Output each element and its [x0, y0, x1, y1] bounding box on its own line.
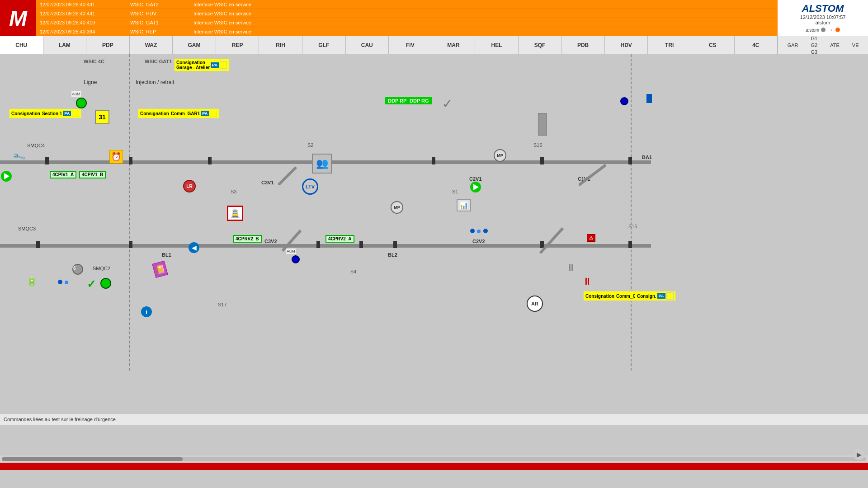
- blue-chevron-bl1[interactable]: ◀: [189, 242, 199, 253]
- bl1-label: BL1: [162, 252, 171, 258]
- consign-garage-pa: PA: [211, 62, 219, 68]
- nav-station-glf[interactable]: GLF: [302, 36, 346, 54]
- nav-station-lam[interactable]: LAM: [43, 36, 87, 54]
- nav-g1[interactable]: G1: [809, 35, 820, 42]
- wsic-gat1-label: WSIC GAT1: [145, 59, 172, 64]
- logo-m: M: [9, 6, 27, 31]
- mp-circle-upper[interactable]: MP: [494, 149, 506, 162]
- pause-icon[interactable]: ⏸: [566, 262, 576, 274]
- gray-circle-6[interactable]: 6: [72, 264, 83, 275]
- nav-station-rih[interactable]: RIH: [259, 36, 302, 54]
- blue-dots-left: [58, 279, 68, 286]
- nav-g2[interactable]: G2: [809, 42, 820, 48]
- consign-comm-gar1-left-status: [210, 110, 217, 117]
- status-red-c1: ⚠: [587, 234, 595, 242]
- nav-station-gam[interactable]: GAM: [173, 36, 216, 54]
- mp-circle-lower[interactable]: MP: [391, 201, 403, 214]
- consign-section1-status: [72, 110, 79, 117]
- nav-gar[interactable]: GAR: [786, 42, 800, 48]
- nav-station-chu[interactable]: CHU: [0, 36, 43, 54]
- nav-right-panel: GAR G1 G2 G3 ATE VE: [778, 36, 868, 54]
- play-button-left[interactable]: [1, 171, 12, 182]
- nav-station-pdp[interactable]: PDP: [86, 36, 130, 54]
- alert-row-2: 12/07/2023 09:28:40:441 WSIC_HDV Interfa…: [36, 9, 778, 18]
- s3-label: S3: [231, 189, 236, 194]
- consign-section1-pa: PA: [63, 111, 71, 116]
- scroll-right-arrow[interactable]: ▶: [854, 449, 864, 460]
- datetime-display: 12/12/2023 10:07:57: [800, 14, 846, 20]
- cpiv1b-button[interactable]: 4CPIV1_B: [79, 171, 106, 178]
- nav-station-hdv[interactable]: HDV: [605, 36, 648, 54]
- nav-station-cs[interactable]: CS: [691, 36, 735, 54]
- alert-code-3: WSIC_GAT1: [130, 20, 184, 25]
- nav-station-waz[interactable]: WAZ: [130, 36, 173, 54]
- bottom-msg-text: Commandes liées au test sur le freinage …: [4, 417, 116, 422]
- ltv-label: LTV: [306, 184, 315, 189]
- username: alstom: [816, 20, 830, 25]
- ba1-label: BA1: [642, 155, 652, 160]
- ddp-rp-button[interactable]: DDP RP: [385, 97, 409, 104]
- info-icon[interactable]: i: [141, 306, 152, 317]
- nav-station-4c[interactable]: 4C: [735, 36, 778, 54]
- vdash-right: [631, 54, 632, 371]
- cprv2a-button[interactable]: 4CPRV2_A: [326, 235, 354, 243]
- book-icon[interactable]: 📔: [152, 261, 168, 278]
- nav-station-tri[interactable]: TRI: [648, 36, 691, 54]
- nav-station-mar[interactable]: MAR: [432, 36, 476, 54]
- alert-msg-3: Interface WSIC en service: [193, 20, 251, 25]
- red-pause-icon[interactable]: ⏸: [582, 276, 592, 287]
- wsic-4c-label: WSIC 4C: [84, 59, 104, 64]
- user-sub: a:stom: [806, 28, 819, 33]
- train-icon-red[interactable]: 🚊: [227, 206, 243, 221]
- num-31-box[interactable]: 31: [95, 110, 109, 124]
- ddp-rg-button[interactable]: DDP RG: [407, 97, 432, 104]
- track-marker-l3: [316, 241, 320, 248]
- ar-circle[interactable]: AR: [527, 296, 543, 312]
- user-status-icons: a:stom →: [806, 26, 840, 33]
- scroll-track-h[interactable]: [2, 457, 866, 461]
- consign-section1[interactable]: Consignation Section 1 PA: [9, 108, 81, 118]
- stats-icon[interactable]: 📊: [457, 199, 471, 211]
- nav-station-cau[interactable]: CAU: [346, 36, 389, 54]
- nav-station-fiv[interactable]: FIV: [389, 36, 432, 54]
- alert-time-1: 12/07/2023 09:28:40:441: [40, 2, 121, 7]
- consign-garage-label: ConsignationGarage - Atelier: [176, 60, 210, 70]
- scroll-thumb-h[interactable]: [2, 457, 183, 461]
- nav-station-sqf[interactable]: SQF: [519, 36, 562, 54]
- consign-comm-gar1-right-label: Consignation: [585, 294, 614, 299]
- track-marker-u2: [129, 157, 132, 164]
- consign-garage-rb-label: Consign.: [637, 294, 656, 299]
- track-marker-u6: [540, 157, 544, 164]
- cprv2b-button[interactable]: 4CPRV2_B: [233, 235, 262, 243]
- horizontal-scrollbar[interactable]: [0, 455, 868, 463]
- nav-station-hel[interactable]: HEL: [475, 36, 519, 54]
- alert-code-1: WSIC_GAT2: [130, 2, 184, 7]
- alert-row-3: 12/07/2023 09:28:40:410 WSIC_GAT1 Interf…: [36, 18, 778, 27]
- consign-garage-atelier[interactable]: ConsignationGarage - Atelier PA: [174, 59, 229, 71]
- nav-ve[interactable]: VE: [850, 42, 861, 48]
- green-circle-lower[interactable]: [100, 278, 111, 289]
- s1-label: S1: [452, 189, 458, 194]
- nav-ate[interactable]: ATE: [828, 42, 841, 48]
- svg-line-3: [540, 228, 563, 253]
- play-button-upper[interactable]: [470, 182, 481, 192]
- alert-msg-1: Interface WSIC en service: [193, 2, 251, 7]
- consign-section1-sub: Section 1: [42, 111, 62, 116]
- nav-station-pdb[interactable]: PDB: [561, 36, 605, 54]
- play-icon-left: [4, 173, 9, 179]
- bottom-msg-bar: Commandes liées au test sur le freinage …: [0, 414, 868, 425]
- green-check-lower: ✓: [87, 278, 96, 291]
- consign-comm-gar1-left[interactable]: Consignation Comm_GAR1 PA: [138, 108, 219, 118]
- clock-icon[interactable]: ⏰: [109, 150, 123, 164]
- alert-msg-2: Interface WSIC en service: [193, 11, 251, 16]
- c2v1-label: C2V1: [469, 176, 482, 182]
- cpiv1a-button[interactable]: 4CPIV1_A: [50, 171, 76, 178]
- arrow-right-icon: →: [827, 26, 834, 33]
- check-icon[interactable]: ✓: [442, 96, 453, 111]
- lr-circle[interactable]: LR: [183, 180, 196, 192]
- blue-dot-top-right: [620, 97, 628, 105]
- consign-garage-right-bottom[interactable]: Consign. PA: [635, 291, 676, 301]
- nav-station-rep[interactable]: REP: [216, 36, 259, 54]
- aum-green-indicator[interactable]: [76, 98, 87, 108]
- people-icon[interactable]: 👥: [312, 154, 332, 174]
